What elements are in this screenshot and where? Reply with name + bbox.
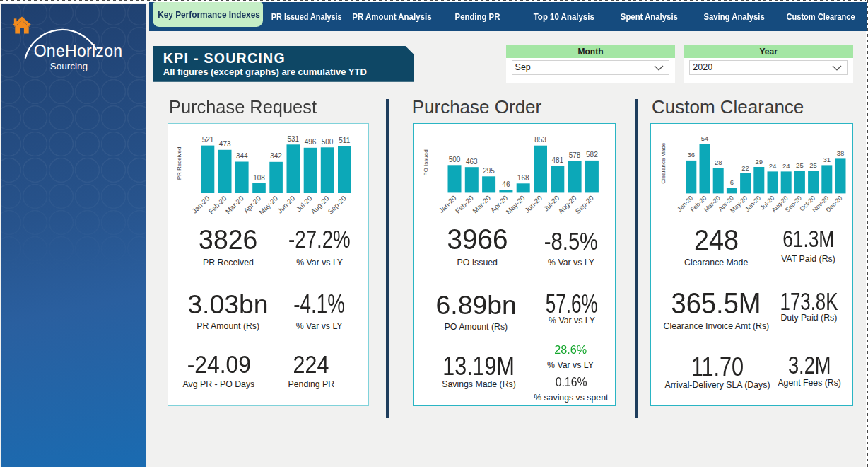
svg-text:36: 36 <box>688 151 696 158</box>
svg-text:500: 500 <box>322 138 334 146</box>
svg-text:25: 25 <box>796 161 804 169</box>
svg-text:May-20: May-20 <box>504 194 526 216</box>
svg-text:Mar-20: Mar-20 <box>224 194 245 215</box>
svg-text:Feb-20: Feb-20 <box>207 194 228 215</box>
svg-text:Aug-20: Aug-20 <box>556 194 578 216</box>
svg-text:38: 38 <box>837 149 845 157</box>
svg-text:853: 853 <box>534 136 546 144</box>
svg-text:Sep-20: Sep-20 <box>573 194 595 216</box>
svg-text:25: 25 <box>809 161 817 169</box>
svg-text:24: 24 <box>782 162 790 170</box>
svg-text:582: 582 <box>586 151 598 158</box>
svg-text:Mar-20: Mar-20 <box>471 194 492 215</box>
svg-text:578: 578 <box>568 151 580 159</box>
svg-text:Sep-20: Sep-20 <box>327 194 348 216</box>
svg-text:6: 6 <box>730 178 734 186</box>
svg-text:22: 22 <box>741 164 749 172</box>
svg-text:24: 24 <box>769 162 777 170</box>
svg-text:31: 31 <box>823 156 831 163</box>
svg-text:Jun-20: Jun-20 <box>522 194 543 214</box>
svg-text:Aug-20: Aug-20 <box>309 194 331 216</box>
svg-text:Jun-20: Jun-20 <box>744 195 762 213</box>
svg-text:500: 500 <box>448 156 460 163</box>
svg-text:344: 344 <box>236 152 248 160</box>
svg-text:511: 511 <box>339 137 350 144</box>
svg-text:342: 342 <box>270 152 282 160</box>
svg-text:521: 521 <box>202 136 214 144</box>
svg-text:54: 54 <box>701 134 709 142</box>
svg-text:481: 481 <box>551 156 563 164</box>
svg-text:463: 463 <box>465 158 477 166</box>
svg-text:46: 46 <box>502 180 510 188</box>
svg-text:108: 108 <box>253 174 265 182</box>
svg-text:496: 496 <box>305 138 317 146</box>
svg-text:Jun-20: Jun-20 <box>276 194 296 214</box>
svg-text:PO Issued: PO Issued <box>422 149 428 175</box>
svg-text:295: 295 <box>483 167 495 175</box>
svg-text:May-20: May-20 <box>257 194 279 216</box>
svg-text:PR Received: PR Received <box>176 147 182 180</box>
svg-text:168: 168 <box>517 174 529 182</box>
svg-text:531: 531 <box>287 135 299 143</box>
svg-text:Feb-20: Feb-20 <box>453 194 474 215</box>
svg-text:Clearance Made: Clearance Made <box>660 142 667 184</box>
svg-text:28: 28 <box>715 158 722 166</box>
svg-text:29: 29 <box>756 158 763 166</box>
svg-text:473: 473 <box>219 140 231 148</box>
